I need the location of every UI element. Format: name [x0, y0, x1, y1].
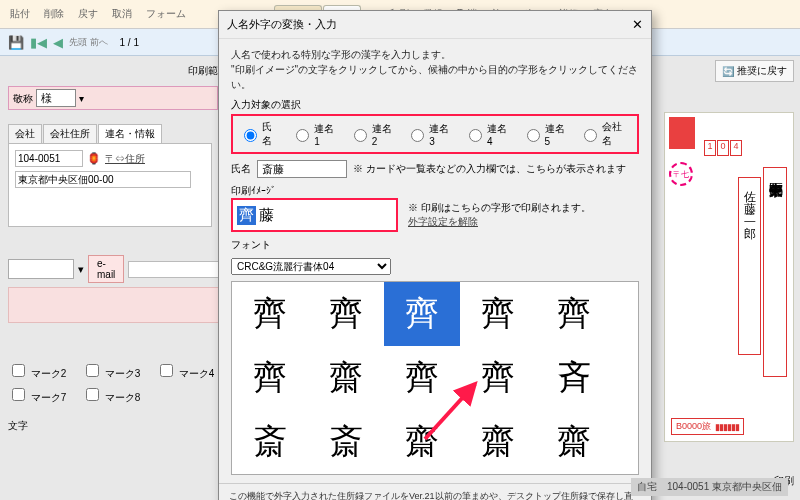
honorific-label: 敬称 [13, 93, 33, 104]
page-indicator: 1 / 1 [120, 37, 139, 48]
postal-boxes: 104 [704, 140, 742, 156]
statusbar: 自宅 104-0051 東京都中央区佃 [631, 478, 788, 496]
mark8-check[interactable]: マーク8 [82, 385, 152, 405]
envelope-preview: 104 〒七 東京都中央区佃壱 佐 藤 二 郎 B0000旅▮▮▮▮▮▮ [664, 112, 794, 442]
name-label: 氏名 [231, 162, 251, 176]
radio-氏名[interactable]: 氏名 [239, 120, 281, 148]
target-label: 入力対象の選択 [231, 98, 639, 112]
glyph-cell[interactable]: 齋 [460, 410, 536, 474]
email-button[interactable]: e-mail [88, 255, 124, 283]
redo-button[interactable]: 取消 [106, 4, 138, 24]
print-selected-char[interactable]: 齊 [237, 206, 256, 225]
address-input[interactable] [15, 171, 191, 188]
paste-button[interactable]: 貼付 [4, 4, 36, 24]
glyph-cell[interactable]: 齊 [232, 282, 308, 346]
glyph-cell[interactable]: 齊 [460, 282, 536, 346]
radio-連名3[interactable]: 連名3 [406, 122, 454, 147]
instr-2: "印刷イメージ"の文字をクリックしてから、候補の中から目的の字形をクリックしてく… [231, 62, 639, 92]
font-select[interactable]: CRC&G流麗行書体04 [231, 258, 391, 275]
gaiji-dialog: 人名外字の変換・入力 ✕ 人名で使われる特別な字形の漢字を入力します。 "印刷イ… [218, 10, 652, 500]
print-rest-char[interactable]: 藤 [259, 206, 274, 225]
glyph-cell[interactable]: 齋 [384, 410, 460, 474]
glyph-cell[interactable]: 斉 [536, 346, 612, 410]
stamp-icon [669, 117, 695, 149]
radio-連名5[interactable]: 連名5 [522, 122, 570, 147]
radio-連名2[interactable]: 連名2 [349, 122, 397, 147]
form-button[interactable]: フォーム [140, 4, 192, 24]
glyph-cell[interactable]: 齋 [536, 410, 612, 474]
prev-icon[interactable]: ◀ [53, 35, 63, 50]
postmark-icon: 〒七 [669, 162, 693, 186]
print-image-box[interactable]: 齊 藤 [231, 198, 398, 232]
mark2-check[interactable]: マーク2 [8, 361, 78, 381]
glyph-cell[interactable]: 齊 [308, 282, 384, 346]
glyph-cell[interactable]: 斎 [232, 410, 308, 474]
mark7-check[interactable]: マーク7 [8, 385, 78, 405]
glyph-cell[interactable]: 齊 [232, 346, 308, 410]
glyph-cell[interactable]: 齊 [384, 282, 460, 346]
close-icon[interactable]: ✕ [632, 17, 643, 32]
subtab-company[interactable]: 会社 [8, 124, 42, 143]
name-note: ※ カードや一覧表などの入力欄では、こちらが表示されます [353, 162, 639, 176]
mark4-check[interactable]: マーク4 [156, 361, 226, 381]
instr-1: 人名で使われる特別な字形の漢字を入力します。 [231, 47, 639, 62]
glyph-cell[interactable]: 齋 [308, 346, 384, 410]
first-icon[interactable]: ▮◀ [30, 35, 47, 50]
glyph-cell[interactable]: 齊 [460, 346, 536, 410]
glyph-cell[interactable]: 斎 [308, 410, 384, 474]
env-barcode: B0000旅▮▮▮▮▮▮ [671, 418, 744, 435]
undo-button[interactable]: 戻す [72, 4, 104, 24]
print-label: 印刷ｲﾒｰｼﾞ [231, 184, 639, 198]
glyph-grid: 齊齊齊齊齊齊齋齊齊斉斎斎齋齋齋 [231, 281, 639, 475]
print-note: ※ 印刷はこちらの字形で印刷されます。 [408, 201, 591, 215]
bottom-label: 文字 [8, 419, 218, 433]
dialog-footer-note: この機能で外字入力された住所録ファイルをVer.21以前の筆まめや、デスクトップ… [219, 483, 651, 500]
env-address: 東京都中央区佃壱 [763, 167, 787, 377]
glyph-cell[interactable]: 齊 [384, 346, 460, 410]
env-name: 佐 藤 二 郎 [738, 177, 761, 355]
postal-input[interactable] [15, 150, 83, 167]
print-range-label: 印刷範 [8, 64, 218, 78]
dialog-title: 人名外字の変換・入力 [227, 17, 337, 32]
subtab-coaddr[interactable]: 会社住所 [43, 124, 97, 143]
name-input[interactable] [257, 160, 347, 178]
glyph-cell[interactable]: 齊 [536, 282, 612, 346]
delete-button[interactable]: 削除 [38, 4, 70, 24]
font-label: フォント [231, 238, 271, 252]
radio-連名1[interactable]: 連名1 [291, 122, 339, 147]
mark3-check[interactable]: マーク3 [82, 361, 152, 381]
save-icon[interactable]: 💾 [8, 35, 24, 50]
postal-icon: 🏮 [87, 152, 101, 165]
radio-連名4[interactable]: 連名4 [464, 122, 512, 147]
subtab-link[interactable]: 連名・情報 [98, 124, 162, 143]
honorific-input[interactable] [36, 89, 76, 107]
release-link[interactable]: 外字設定を解除 [408, 216, 478, 227]
radio-highlight: 氏名 連名1 連名2 連名3 連名4 連名5 会社名 [231, 114, 639, 154]
postal-link[interactable]: 〒⇔住所 [105, 152, 145, 166]
radio-会社名[interactable]: 会社名 [579, 120, 631, 148]
email-value[interactable] [8, 259, 74, 279]
nav-label: 先頭 前へ [69, 36, 108, 49]
